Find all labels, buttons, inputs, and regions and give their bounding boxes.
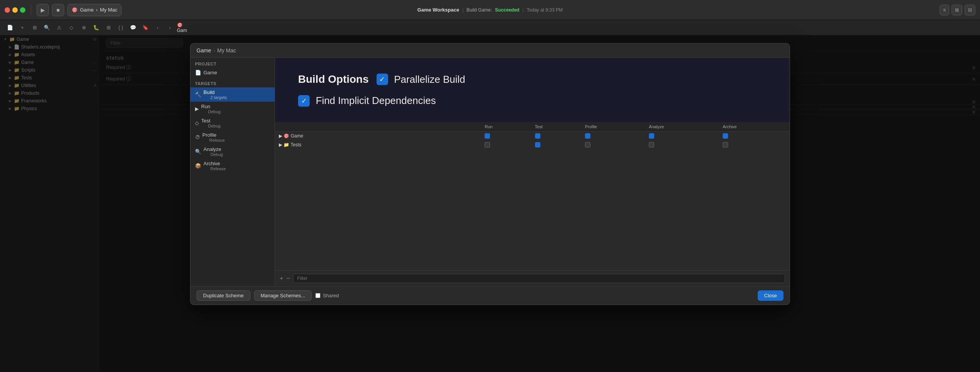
- play-button[interactable]: ▶: [37, 4, 49, 16]
- grid-button[interactable]: ⊞: [103, 22, 114, 33]
- game-test-checkbox[interactable]: [535, 133, 540, 139]
- chevron-right-icon: ›: [96, 7, 97, 13]
- add-target-button[interactable]: +: [280, 275, 283, 282]
- warning-button[interactable]: ⚠: [54, 22, 65, 33]
- source-button[interactable]: { }: [115, 22, 126, 33]
- breadcrumb-mac: My Mac: [217, 47, 236, 54]
- folder-icon: 📁: [283, 142, 289, 147]
- separator-pipe: |: [462, 7, 463, 13]
- duplicate-scheme-button[interactable]: Duplicate Scheme: [197, 290, 250, 301]
- game-run-checkbox[interactable]: [485, 133, 490, 139]
- nav-forward-button[interactable]: ›: [165, 22, 175, 33]
- parallelize-label: Parallelize Build: [394, 74, 465, 85]
- expand-arrow[interactable]: ▶: [279, 142, 282, 147]
- right-panel-toggle[interactable]: ⊟: [965, 5, 975, 15]
- analyze-icon: 🔍: [195, 149, 201, 154]
- tests-test-checkbox[interactable]: [535, 142, 540, 147]
- test-button[interactable]: ⊕: [78, 22, 89, 33]
- tests-archive-cell: [719, 141, 790, 149]
- archive-icon: 📦: [195, 163, 201, 169]
- action-sublabel: Debug: [208, 124, 220, 128]
- breadcrumb-game: Game: [197, 47, 211, 54]
- expand-arrow[interactable]: ▶: [279, 133, 282, 139]
- remove-target-button[interactable]: −: [286, 275, 290, 282]
- targets-table: Run Test Profile Analyze Archive: [275, 122, 790, 149]
- traffic-lights: [5, 7, 25, 13]
- tests-archive-checkbox[interactable]: [723, 142, 728, 147]
- maximize-window-button[interactable]: [20, 7, 25, 13]
- parallelize-checkbox[interactable]: ✓: [377, 74, 388, 85]
- panel-toggle-button[interactable]: ⊞: [952, 5, 962, 15]
- target-label: Tests: [290, 142, 301, 147]
- action-label: Test: [201, 118, 210, 124]
- game-profile-checkbox[interactable]: [585, 133, 590, 139]
- test-icon: ◇: [195, 120, 199, 126]
- scheme-list: PROJECT 📄 Game TARGETS 🔨 Build 2 targets: [190, 58, 275, 286]
- minimize-window-button[interactable]: [12, 7, 18, 13]
- project-section-header: PROJECT: [190, 58, 275, 68]
- main-toolbar: ▶ ■ 🎯 Game › My Mac Game Workspace | Bui…: [0, 0, 980, 20]
- tests-run-checkbox[interactable]: [485, 142, 490, 147]
- new-file-button[interactable]: 📄: [5, 22, 15, 33]
- game-analyze-checkbox[interactable]: [649, 133, 654, 139]
- modal-header: Game › My Mac: [190, 44, 790, 58]
- build-status-label: Build Game:: [467, 7, 492, 13]
- modal-body: PROJECT 📄 Game TARGETS 🔨 Build 2 targets: [190, 58, 790, 286]
- scheme-icon: 🎯: [72, 7, 78, 13]
- table-filter-input[interactable]: [293, 274, 785, 283]
- build-options-panel: Build Options ✓ Parallelize Build ✓ Find…: [275, 58, 790, 122]
- project-name: Game: [203, 70, 217, 75]
- scheme-project-game[interactable]: 📄 Game: [190, 68, 275, 77]
- scheme-action-profile[interactable]: ⏱ Profile Release: [190, 130, 275, 144]
- scheme-action-archive[interactable]: 📦 Archive Release: [190, 159, 275, 173]
- add-button[interactable]: +: [17, 22, 28, 33]
- scheme-action-build[interactable]: 🔨 Build 2 targets: [190, 87, 275, 102]
- comment-button[interactable]: 💬: [128, 22, 138, 33]
- stop-button[interactable]: ■: [52, 4, 64, 16]
- tests-analyze-checkbox[interactable]: [649, 142, 654, 147]
- scheme-action-run[interactable]: ▶ Run Debug: [190, 102, 275, 116]
- scheme-action-test[interactable]: ◇ Test Debug: [190, 116, 275, 130]
- nav-back-button[interactable]: ‹: [152, 22, 163, 33]
- target-name-tests: ▶ 📁 Tests: [275, 141, 481, 149]
- action-sublabel: Debug: [210, 152, 223, 157]
- col-archive-header: Archive: [719, 122, 790, 132]
- bookmark-button[interactable]: 🔖: [140, 22, 151, 33]
- symbol-button[interactable]: ◇: [66, 22, 77, 33]
- close-button[interactable]: Close: [758, 290, 783, 301]
- secondary-toolbar: 📄 + ⊞ 🔍 ⚠ ◇ ⊕ 🐛 ⊞ { } 💬 🔖 ‹ › 🎯 Gam: [0, 20, 980, 35]
- build-options-title: Build Options: [298, 73, 369, 85]
- search-button[interactable]: 🔍: [42, 22, 52, 33]
- close-window-button[interactable]: [5, 7, 10, 13]
- profile-icon: ⏱: [195, 134, 200, 140]
- scheme-detail: Build Options ✓ Parallelize Build ✓ Find…: [275, 58, 790, 286]
- debug-button[interactable]: 🐛: [91, 22, 102, 33]
- targets-table-area: Run Test Profile Analyze Archive: [275, 122, 790, 270]
- table-header-row: Run Test Profile Analyze Archive: [275, 122, 790, 132]
- action-sublabel: Release: [209, 138, 225, 142]
- implicit-deps-checkbox[interactable]: ✓: [298, 95, 310, 107]
- action-sublabel: 2 targets: [210, 95, 227, 100]
- build-options-header: Build Options ✓ Parallelize Build: [298, 73, 767, 85]
- group-button[interactable]: ⊞: [29, 22, 40, 33]
- file-icon: 📄: [195, 70, 201, 75]
- manage-schemes-button[interactable]: Manage Schemes...: [254, 290, 312, 301]
- workspace-name: Game Workspace: [417, 7, 459, 13]
- tests-profile-cell: [581, 141, 645, 149]
- action-label: Profile: [202, 132, 217, 138]
- build-icon: 🔨: [195, 92, 201, 97]
- implicit-deps-label: Find Implicit Dependencies: [316, 95, 436, 107]
- file-ref[interactable]: 🎯 Gam: [177, 22, 188, 33]
- action-sublabel: Release: [210, 166, 226, 171]
- scheme-editor-modal: Game › My Mac PROJECT 📄 Game TARGETS �: [190, 43, 790, 305]
- table-row: ▶ 📁 Tests: [275, 141, 790, 149]
- col-target-header: [275, 122, 481, 132]
- tests-profile-checkbox[interactable]: [585, 142, 590, 147]
- view-toggle-button[interactable]: ≡: [940, 5, 949, 15]
- game-archive-checkbox[interactable]: [723, 133, 728, 139]
- scheme-action-analyze[interactable]: 🔍 Analyze Debug: [190, 144, 275, 159]
- shared-checkbox[interactable]: [315, 293, 320, 298]
- game-run-cell: [481, 132, 531, 141]
- implicit-deps-row: ✓ Find Implicit Dependencies: [298, 95, 767, 107]
- scheme-selector[interactable]: 🎯 Game › My Mac: [67, 4, 122, 16]
